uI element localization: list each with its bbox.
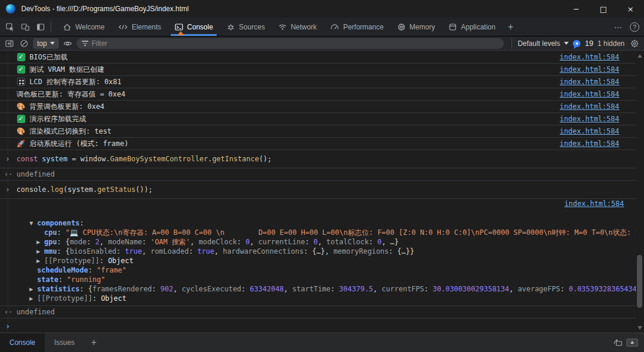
filter-input[interactable]: Filter xyxy=(77,38,504,49)
tab-network[interactable]: Network xyxy=(271,18,323,36)
expand-arrow-icon[interactable]: ▶ xyxy=(36,238,44,247)
log-message-text: 调色板已更新: 寄存器值 = 0xe4 xyxy=(16,88,553,100)
console-messages-area: ✓BIOS已加载index.html:584✓测试 VRAM 数据已创建inde… xyxy=(0,51,644,333)
control-knobs-icon xyxy=(16,78,25,86)
log-message-text: 背景调色板更新: 0xe4 xyxy=(29,101,553,112)
expand-panel-button[interactable] xyxy=(626,338,638,347)
more-options-icon[interactable]: ⋯ xyxy=(608,22,629,32)
layout-panel-icon[interactable] xyxy=(33,20,48,34)
tab-welcome[interactable]: Welcome xyxy=(56,18,111,36)
console-log-row: 🎨渲染模式已切换到: testindex.html:584 xyxy=(0,125,636,138)
console-toolbar: top Filter Default levels 19 1 hidden xyxy=(0,36,644,51)
expand-arrow-icon[interactable]: ▶ xyxy=(36,247,44,256)
code-icon xyxy=(118,22,128,32)
console-command-row[interactable]: › console.log(system.getStatus()); xyxy=(0,181,636,199)
main-tabbar: WelcomeElementsConsoleSourcesNetworkPerf… xyxy=(0,18,644,36)
minimize-button[interactable]: − xyxy=(563,0,590,18)
vertical-scrollbar[interactable] xyxy=(636,51,644,333)
console-log-row: 🚀启动系统运行 (模式: frame)index.html:584 xyxy=(0,138,636,150)
devtools-window: DevTools - file:///D:/Programs/GameBoyJS… xyxy=(0,0,644,352)
chip-icon xyxy=(397,22,406,32)
expand-arrow-icon[interactable]: ▶ xyxy=(29,285,37,294)
source-link[interactable]: index.html:584 xyxy=(560,64,619,75)
source-link[interactable]: index.html:584 xyxy=(560,88,619,100)
warning-triangle-icon xyxy=(177,31,184,35)
tab-label: Console xyxy=(187,23,213,31)
clear-console-icon[interactable] xyxy=(18,38,30,49)
object-tree-row[interactable]: scheduleMode: "frame" xyxy=(0,265,636,275)
palette-icon: 🎨 xyxy=(16,102,25,111)
tabbar-right: ⋯ ? xyxy=(608,18,644,36)
filter-icon xyxy=(82,39,88,47)
drawer-tabbar: ConsoleIssues + xyxy=(0,333,644,352)
source-link[interactable]: index.html:584 xyxy=(560,76,619,88)
source-link[interactable]: index.html:584 xyxy=(560,113,619,125)
scrollbar-thumb[interactable] xyxy=(637,255,642,308)
console-log-row: 调色板已更新: 寄存器值 = 0xe4index.html:584 xyxy=(0,88,636,101)
console-log-row: ✓演示程序加载完成index.html:584 xyxy=(0,113,636,125)
hidden-messages-label[interactable]: 1 hidden xyxy=(597,39,625,48)
add-panel-button[interactable]: + xyxy=(502,18,519,36)
drawer-add-tab-button[interactable]: + xyxy=(84,333,104,352)
object-tree-row[interactable]: ▶mmu: {biosEnabled: true, romLoaded: tru… xyxy=(0,247,636,256)
source-link[interactable]: index.html:584 xyxy=(560,101,619,112)
help-icon[interactable]: ? xyxy=(630,22,639,32)
console-prompt[interactable]: › xyxy=(0,318,636,333)
log-message-text: 测试 VRAM 数据已创建 xyxy=(29,64,553,75)
tab-elements[interactable]: Elements xyxy=(111,18,168,36)
messages-bubble-icon[interactable] xyxy=(573,40,580,47)
object-tree-row[interactable]: state: "running" xyxy=(0,275,636,284)
console-settings-gear-icon[interactable] xyxy=(629,38,640,49)
tab-sources[interactable]: Sources xyxy=(220,18,271,36)
source-link[interactable]: index.html:584 xyxy=(560,51,619,63)
expand-arrow-icon[interactable]: ▼ xyxy=(29,219,37,228)
tab-memory[interactable]: Memory xyxy=(390,18,441,36)
tab-application[interactable]: Application xyxy=(441,18,502,36)
toolbar-right: Default levels 19 1 hidden xyxy=(517,38,640,49)
source-link[interactable]: index.html:584 xyxy=(560,125,619,137)
tab-console[interactable]: Console xyxy=(168,18,220,36)
log-message-text: BIOS已加载 xyxy=(29,51,553,63)
console-sidebar-icon[interactable] xyxy=(4,38,15,49)
return-value-icon: ‹· xyxy=(4,306,12,318)
console-log-row: ✓BIOS已加载index.html:584 xyxy=(0,51,636,64)
object-tree-row[interactable]: ▼components: xyxy=(0,218,636,228)
log-message-text: LCD 控制寄存器更新: 0x81 xyxy=(29,76,553,88)
scroll-down-icon[interactable] xyxy=(638,326,642,330)
tab-performance[interactable]: Performance xyxy=(323,18,390,36)
inspect-element-icon[interactable] xyxy=(2,20,18,34)
tab-label: Performance xyxy=(343,23,384,31)
source-link[interactable]: index.html:584 xyxy=(565,199,624,209)
console-log-row: ✓测试 VRAM 数据已创建index.html:584 xyxy=(0,64,636,76)
object-tree-row[interactable]: ▶gpu: {mode: 2, modeName: 'OAM 搜索', mode… xyxy=(0,237,636,247)
log-message-text: 演示程序加载完成 xyxy=(29,113,553,125)
close-button[interactable]: × xyxy=(617,0,644,18)
object-tree-row[interactable]: ▶[[Prototype]]: Object xyxy=(0,256,636,265)
drawer-tab-issues[interactable]: Issues xyxy=(45,333,84,352)
console-log-row: 🎨背景调色板更新: 0xe4index.html:584 xyxy=(0,101,636,113)
wifi-icon xyxy=(278,22,287,32)
object-preview-row[interactable]: ▼{state: 'running', scheduleMode: 'frame… xyxy=(0,209,636,218)
scroll-up-icon[interactable] xyxy=(638,54,642,58)
return-value-icon: ‹· xyxy=(4,168,12,180)
console-command-row[interactable]: › const system = window.GameBoySystemCon… xyxy=(0,150,636,168)
object-tree-row[interactable]: cpu: "💻 CPU状态:\n寄存器: A=00 B=00 C=00 \n D… xyxy=(0,228,636,237)
live-expression-eye-icon[interactable] xyxy=(62,38,74,49)
result-text: undefined xyxy=(16,308,55,316)
console-icon xyxy=(174,22,184,32)
source-link[interactable]: index.html:584 xyxy=(560,138,619,150)
maximize-button[interactable]: □ xyxy=(590,0,617,18)
expand-arrow-icon[interactable]: ▶ xyxy=(29,294,37,303)
command-chevron-icon: › xyxy=(5,184,10,195)
levels-dropdown[interactable]: Default levels xyxy=(517,39,560,48)
console-log-row: LCD 控制寄存器更新: 0x81index.html:584 xyxy=(0,76,636,88)
device-toolbar-icon[interactable] xyxy=(18,20,33,34)
drawer-tabs: ConsoleIssues xyxy=(0,333,84,352)
context-selector-value: top xyxy=(37,39,47,48)
context-selector[interactable]: top xyxy=(33,38,59,49)
expand-arrow-icon[interactable]: ▶ xyxy=(36,257,44,265)
object-tree-row[interactable]: ▶[[Prototype]]: Object xyxy=(0,294,636,303)
object-tree-row[interactable]: ▶statistics: {framesRendered: 902, cycle… xyxy=(0,284,636,294)
drawer-tab-console[interactable]: Console xyxy=(0,333,45,352)
dock-panel-icon[interactable] xyxy=(610,333,625,352)
